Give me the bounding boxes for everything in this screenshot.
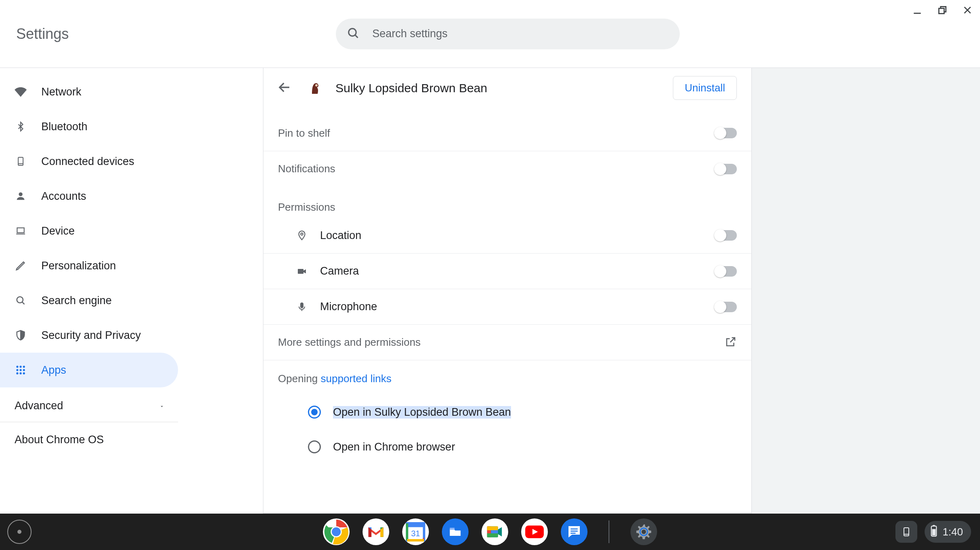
calendar-day-badge: 31 (411, 529, 420, 538)
svg-rect-6 (17, 228, 24, 233)
svg-point-21 (17, 530, 21, 534)
sidebar-about[interactable]: About Chrome OS (0, 422, 178, 457)
camera-toggle[interactable] (715, 266, 737, 277)
bluetooth-icon (14, 121, 28, 133)
uninstall-button[interactable]: Uninstall (673, 76, 737, 100)
advanced-label: Advanced (15, 400, 63, 412)
phone-hub-tray[interactable] (895, 521, 917, 543)
shelf-app-meet[interactable] (482, 518, 508, 545)
external-link-icon (725, 336, 737, 349)
sidebar-item-label: Device (41, 225, 75, 237)
sidebar-item-security[interactable]: Security and Privacy (0, 318, 263, 353)
svg-point-5 (19, 192, 22, 196)
notifications-toggle[interactable] (715, 164, 737, 174)
apps-grid-icon (14, 364, 28, 376)
sidebar-item-label: Accounts (41, 190, 86, 203)
about-label: About Chrome OS (15, 434, 104, 446)
sidebar-item-bluetooth[interactable]: Bluetooth (0, 109, 263, 144)
wifi-icon (14, 86, 28, 98)
svg-point-8 (16, 366, 18, 368)
shelf-app-calendar[interactable]: 31 (402, 518, 429, 545)
sidebar-advanced-toggle[interactable]: Advanced (0, 387, 178, 422)
sidebar-item-label: Connected devices (41, 155, 134, 168)
svg-point-13 (23, 369, 25, 371)
person-icon (14, 190, 28, 202)
sidebar-item-label: Personalization (41, 260, 116, 272)
shelf-app-youtube[interactable] (521, 518, 548, 545)
svg-rect-20 (301, 303, 303, 308)
radio-open-in-chrome[interactable]: Open in Chrome browser (308, 429, 737, 464)
svg-rect-19 (298, 269, 303, 274)
radio-button-icon (308, 440, 321, 453)
laptop-icon (14, 226, 28, 236)
back-button[interactable] (274, 77, 295, 99)
sidebar-item-label: Bluetooth (41, 121, 87, 133)
shelf: 31 1:40 (0, 514, 980, 550)
sidebar-item-label: Security and Privacy (41, 329, 141, 342)
svg-rect-0 (914, 13, 921, 14)
pin-to-shelf-label: Pin to shelf (278, 127, 330, 140)
svg-point-9 (19, 366, 21, 368)
search-input[interactable] (372, 28, 655, 40)
svg-point-15 (19, 372, 21, 374)
sidebar-item-network[interactable]: Network (0, 74, 263, 109)
pin-to-shelf-toggle[interactable] (715, 128, 737, 138)
shelf-app-settings[interactable] (630, 518, 657, 545)
search-box[interactable] (336, 19, 680, 49)
status-tray[interactable]: 1:40 (925, 521, 971, 543)
shelf-app-gmail[interactable] (363, 518, 389, 545)
shelf-app-messages[interactable] (561, 518, 588, 545)
close-button[interactable] (962, 5, 973, 15)
opening-prefix: Opening (278, 372, 321, 385)
radio-open-in-app[interactable]: Open in Sulky Lopsided Brown Bean (308, 395, 737, 429)
restore-button[interactable] (937, 5, 948, 15)
svg-rect-49 (932, 529, 936, 535)
sidebar-item-connected-devices[interactable]: Connected devices (0, 144, 263, 179)
svg-point-14 (16, 372, 18, 374)
pencil-icon (14, 260, 28, 271)
sidebar-item-accounts[interactable]: Accounts (0, 179, 263, 214)
microphone-toggle[interactable] (715, 302, 737, 312)
sidebar-item-device[interactable]: Device (0, 214, 263, 248)
microphone-icon (296, 301, 308, 313)
sidebar-item-label: Network (41, 86, 81, 98)
supported-links-link[interactable]: supported links (321, 372, 392, 385)
battery-icon (930, 525, 938, 539)
svg-point-17 (315, 84, 318, 87)
opening-links-heading: Opening supported links (278, 372, 737, 385)
app-icon (306, 79, 324, 97)
shelf-app-chrome[interactable] (323, 518, 350, 545)
more-settings-row[interactable]: More settings and permissions (263, 324, 751, 360)
svg-point-16 (23, 372, 25, 374)
shield-icon (14, 329, 28, 341)
phone-icon (14, 155, 28, 167)
radio-label: Open in Sulky Lopsided Brown Bean (333, 406, 511, 419)
svg-point-7 (17, 297, 23, 303)
sidebar-item-label: Apps (41, 364, 66, 377)
sidebar-item-apps[interactable]: Apps (0, 353, 178, 387)
sidebar-item-search-engine[interactable]: Search engine (0, 283, 263, 318)
chevron-down-icon (158, 400, 166, 412)
permission-label: Microphone (320, 300, 377, 313)
location-toggle[interactable] (715, 230, 737, 241)
svg-point-2 (349, 28, 356, 36)
svg-rect-38 (491, 530, 498, 533)
location-icon (296, 229, 308, 241)
permission-label: Location (320, 229, 361, 242)
search-icon (14, 295, 28, 306)
minimize-button[interactable] (912, 5, 923, 15)
radio-label: Open in Chrome browser (333, 441, 455, 453)
svg-rect-37 (487, 533, 498, 537)
svg-point-12 (19, 369, 21, 371)
svg-point-43 (642, 530, 646, 534)
launcher-button[interactable] (7, 520, 32, 544)
radio-button-icon (308, 406, 321, 419)
sidebar-item-personalization[interactable]: Personalization (0, 248, 263, 283)
clock-text: 1:40 (942, 526, 963, 538)
sidebar-item-label: Search engine (41, 294, 112, 307)
camera-icon (296, 267, 308, 276)
notifications-label: Notifications (278, 163, 335, 175)
svg-rect-33 (450, 528, 455, 530)
shelf-app-files[interactable] (442, 518, 469, 545)
app-name: Sulky Lopsided Brown Bean (335, 81, 662, 95)
